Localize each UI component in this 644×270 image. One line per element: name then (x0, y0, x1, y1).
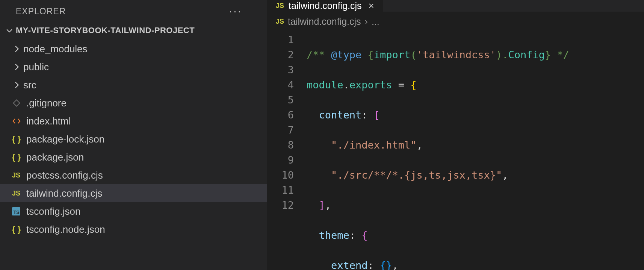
json-icon: { } (12, 134, 26, 144)
tab-bar: JS tailwind.config.cjs × (268, 0, 644, 12)
tree-item-label: index.html (26, 115, 71, 127)
explorer-header: EXPLORER ··· (0, 0, 267, 23)
tree-file-tailwind-config[interactable]: JS tailwind.config.cjs (0, 184, 267, 202)
tree-item-label: tsconfig.json (26, 206, 81, 217)
code-content[interactable]: /** @type {import('tailwindcss').Config}… (307, 32, 644, 270)
line-number: 6 (268, 108, 294, 123)
project-root[interactable]: MY-VITE-STORYBOOK-TAILWIND-PROJECT (0, 23, 267, 38)
tree-item-label: postcss.config.cjs (26, 170, 103, 181)
tree-file-gitignore[interactable]: .gitignore (0, 94, 267, 112)
close-icon[interactable]: × (366, 0, 376, 12)
chevron-right-icon (12, 80, 23, 89)
project-name: MY-VITE-STORYBOOK-TAILWIND-PROJECT (16, 26, 195, 35)
chevron-right-icon (12, 44, 23, 53)
js-icon: JS (276, 2, 284, 10)
json-icon: { } (12, 152, 26, 162)
tree-file-package-lock[interactable]: { } package-lock.json (0, 130, 267, 148)
js-icon: JS (12, 171, 26, 179)
breadcrumb[interactable]: JS tailwind.config.cjs › ... (268, 12, 644, 32)
explorer-more-icon[interactable]: ··· (229, 5, 260, 17)
chevron-right-icon: › (365, 16, 368, 27)
code-area[interactable]: 1 2 3 4 5 6 7 8 9 10 11 12 /** @type {im… (268, 32, 644, 270)
explorer-title: EXPLORER (16, 6, 66, 17)
explorer-sidebar: EXPLORER ··· MY-VITE-STORYBOOK-TAILWIND-… (0, 0, 268, 270)
js-icon: JS (12, 190, 26, 197)
line-number: 9 (268, 153, 294, 168)
breadcrumb-rest: ... (372, 16, 379, 27)
line-number: 12 (268, 198, 294, 213)
ts-icon: TS (12, 207, 26, 215)
tree-item-label: package.json (26, 152, 84, 163)
line-number: 8 (268, 138, 294, 153)
json-icon: { } (12, 224, 26, 234)
git-icon (12, 99, 26, 108)
tree-item-label: node_modules (23, 43, 88, 55)
tree-item-label: public (23, 61, 49, 73)
tree-item-label: .gitignore (26, 97, 67, 109)
line-number: 3 (268, 62, 294, 77)
chevron-down-icon (5, 26, 14, 35)
line-number: 10 (268, 168, 294, 183)
tree-file-index-html[interactable]: index.html (0, 112, 267, 130)
line-number: 2 (268, 47, 294, 62)
editor-pane: JS tailwind.config.cjs × JS tailwind.con… (268, 0, 644, 270)
line-number: 7 (268, 123, 294, 138)
tree-folder-src[interactable]: src (0, 76, 267, 94)
tab-label: tailwind.config.cjs (289, 0, 362, 11)
tree-item-label: src (23, 79, 36, 91)
tree-folder-node-modules[interactable]: node_modules (0, 40, 267, 58)
tree-item-label: package-lock.json (26, 133, 104, 145)
line-gutter: 1 2 3 4 5 6 7 8 9 10 11 12 (268, 32, 307, 270)
breadcrumb-file: tailwind.config.cjs (288, 16, 361, 27)
line-number: 5 (268, 93, 294, 108)
line-number: 1 (268, 32, 294, 47)
tree-file-tsconfig-node[interactable]: { } tsconfig.node.json (0, 220, 267, 238)
tree-folder-public[interactable]: public (0, 58, 267, 76)
tree-item-label: tailwind.config.cjs (26, 188, 102, 199)
tree-file-package-json[interactable]: { } package.json (0, 148, 267, 166)
tree-item-label: tsconfig.node.json (26, 224, 105, 235)
chevron-right-icon (12, 62, 23, 71)
line-number: 11 (268, 183, 294, 198)
tree-file-tsconfig[interactable]: TS tsconfig.json (0, 202, 267, 220)
html-icon (12, 117, 26, 126)
file-tree: node_modules public src .gitignore index… (0, 38, 267, 238)
tab-tailwind-config[interactable]: JS tailwind.config.cjs × (268, 0, 383, 12)
tree-file-postcss-config[interactable]: JS postcss.config.cjs (0, 166, 267, 184)
line-number: 4 (268, 77, 294, 93)
js-icon: JS (276, 18, 284, 26)
